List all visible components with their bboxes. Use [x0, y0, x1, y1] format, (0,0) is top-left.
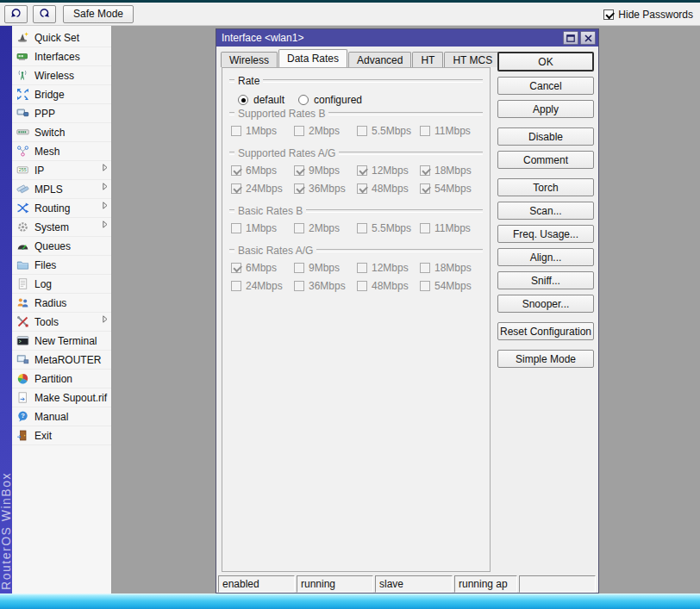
snooper-button[interactable]: Snooper...: [497, 295, 594, 313]
checkbox-24mbps[interactable]: [231, 183, 241, 194]
sidebar-item-switch[interactable]: Switch: [12, 123, 111, 142]
ok-button[interactable]: OK: [497, 52, 594, 71]
radio-default[interactable]: [238, 95, 248, 105]
rate-option-54mbps: 54Mbps: [420, 183, 483, 195]
rate-option-36mbps: 36Mbps: [294, 183, 357, 195]
checkbox-6mbps[interactable]: [231, 165, 241, 176]
checkbox-1mbps[interactable]: [231, 126, 241, 136]
sidebar-item-label: Files: [34, 259, 56, 271]
rate-option-18mbps: 18Mbps: [420, 262, 483, 274]
checkbox-24mbps[interactable]: [231, 281, 241, 291]
checkbox-6mbps[interactable]: [231, 263, 241, 273]
checkbox-label: 11Mbps: [434, 125, 471, 137]
checkbox-9mbps[interactable]: [294, 263, 304, 273]
group-header-basic-rates-a-g: Basic Rates A/G: [229, 245, 483, 257]
freq-usage-button[interactable]: Freq. Usage...: [497, 225, 594, 243]
tab-content-pane: Rate defaultconfigured Supported Rates B…: [222, 67, 491, 572]
close-button[interactable]: [580, 31, 596, 45]
sidebar-item-system[interactable]: System: [12, 218, 111, 237]
sniff-button[interactable]: Sniff...: [497, 271, 594, 289]
tab-advanced[interactable]: Advanced: [348, 52, 411, 67]
submenu-arrow-icon: [103, 164, 108, 171]
sidebar-item-label: PPP: [34, 108, 55, 120]
sidebar-item-label: Exit: [34, 430, 52, 442]
sidebar-item-mpls[interactable]: MPLS: [12, 180, 111, 199]
checkbox-label: 54Mbps: [434, 280, 472, 292]
checkbox-36mbps[interactable]: [294, 183, 304, 194]
sidebar-item-label: MPLS: [34, 183, 63, 196]
checkbox-9mbps[interactable]: [294, 165, 304, 176]
rate-option-12mbps: 12Mbps: [357, 165, 420, 177]
checkbox-48mbps[interactable]: [357, 183, 367, 194]
svg-text:?: ?: [21, 412, 25, 419]
disable-button[interactable]: Disable: [497, 127, 594, 146]
redo-button[interactable]: [33, 5, 56, 23]
checkbox-11mbps[interactable]: [420, 223, 430, 233]
checkbox-54mbps[interactable]: [420, 183, 430, 194]
sidebar-item-ppp[interactable]: PPP: [12, 104, 111, 123]
apply-button[interactable]: Apply: [497, 100, 594, 118]
checkbox-5-5mbps[interactable]: [357, 223, 367, 233]
checkbox-2mbps[interactable]: [294, 126, 304, 136]
sidebar-item-ip[interactable]: 255IP: [12, 161, 111, 180]
undo-button[interactable]: [4, 5, 28, 23]
sidebar-item-label: Bridge: [34, 89, 65, 101]
rate-option-2mbps: 2Mbps: [294, 222, 357, 234]
checkbox-54mbps[interactable]: [420, 281, 430, 291]
radio-configured[interactable]: [298, 95, 309, 105]
system-icon: [16, 221, 29, 233]
sidebar-item-label: New Terminal: [34, 335, 97, 347]
sidebar-item-metarouter[interactable]: MetaROUTER: [12, 351, 111, 370]
sidebar-item-exit[interactable]: Exit: [12, 426, 111, 445]
sidebar-item-mesh[interactable]: Mesh: [12, 142, 111, 161]
torch-button[interactable]: Torch: [497, 178, 594, 196]
simple-mode-button[interactable]: Simple Mode: [497, 350, 594, 368]
tab-ht[interactable]: HT: [412, 52, 443, 67]
tab-wireless[interactable]: Wireless: [221, 52, 278, 67]
reset-configuration-button[interactable]: Reset Configuration: [497, 322, 594, 340]
tab-data-rates[interactable]: Data Rates: [278, 49, 347, 67]
checkbox-12mbps[interactable]: [357, 165, 367, 176]
checkbox-12mbps[interactable]: [357, 263, 367, 273]
sidebar-item-new-terminal[interactable]: New Terminal: [12, 332, 111, 351]
checkbox-label: 6Mbps: [246, 262, 277, 274]
sidebar-item-queues[interactable]: Queues: [12, 237, 111, 256]
sidebar-item-bridge[interactable]: Bridge: [12, 85, 111, 104]
sidebar-item-quick-set[interactable]: Quick Set: [12, 28, 111, 47]
checkbox-1mbps[interactable]: [231, 223, 241, 233]
sidebar-item-make-supout-rif[interactable]: Make Supout.rif: [12, 388, 111, 407]
tab-ht-mcs[interactable]: HT MCS: [444, 52, 501, 67]
dialog-titlebar[interactable]: Interface <wlan1>: [216, 29, 598, 47]
sidebar-item-tools[interactable]: Tools: [12, 313, 111, 332]
sidebar-item-wireless[interactable]: Wireless: [12, 66, 111, 85]
hide-passwords-checkbox[interactable]: [603, 9, 614, 20]
sidebar-item-radius[interactable]: Radius: [12, 294, 111, 313]
sidebar-item-manual[interactable]: ?Manual: [12, 407, 111, 426]
align-button[interactable]: Align...: [497, 248, 594, 266]
checkbox-36mbps[interactable]: [294, 281, 304, 291]
rate-group-header: Rate: [229, 75, 483, 87]
radio-label: configured: [314, 94, 362, 106]
radius-icon: [16, 296, 29, 309]
sidebar-item-interfaces[interactable]: Interfaces: [12, 47, 111, 66]
checkbox-label: 6Mbps: [246, 165, 277, 177]
scan-button[interactable]: Scan...: [497, 202, 594, 220]
cancel-button[interactable]: Cancel: [497, 77, 594, 95]
sidebar-item-files[interactable]: Files: [12, 256, 111, 275]
interfaces-icon: [16, 50, 29, 63]
rate-option-11mbps: 11Mbps: [420, 222, 483, 234]
checkbox-48mbps[interactable]: [357, 281, 367, 291]
maximize-button[interactable]: [563, 31, 578, 45]
sidebar-item-log[interactable]: Log: [12, 275, 111, 294]
sidebar-item-routing[interactable]: Routing: [12, 199, 111, 218]
sidebar-item-partition[interactable]: Partition: [12, 370, 111, 388]
checkbox-18mbps[interactable]: [420, 165, 430, 176]
checkbox-5-5mbps[interactable]: [357, 126, 367, 136]
checkbox-11mbps[interactable]: [420, 126, 430, 136]
rate-option-18mbps: 18Mbps: [420, 165, 483, 177]
checkbox-2mbps[interactable]: [294, 223, 304, 233]
comment-button[interactable]: Comment: [497, 151, 594, 169]
checkbox-18mbps[interactable]: [420, 263, 430, 273]
maximize-icon: [566, 34, 575, 42]
safe-mode-button[interactable]: Safe Mode: [63, 5, 134, 23]
